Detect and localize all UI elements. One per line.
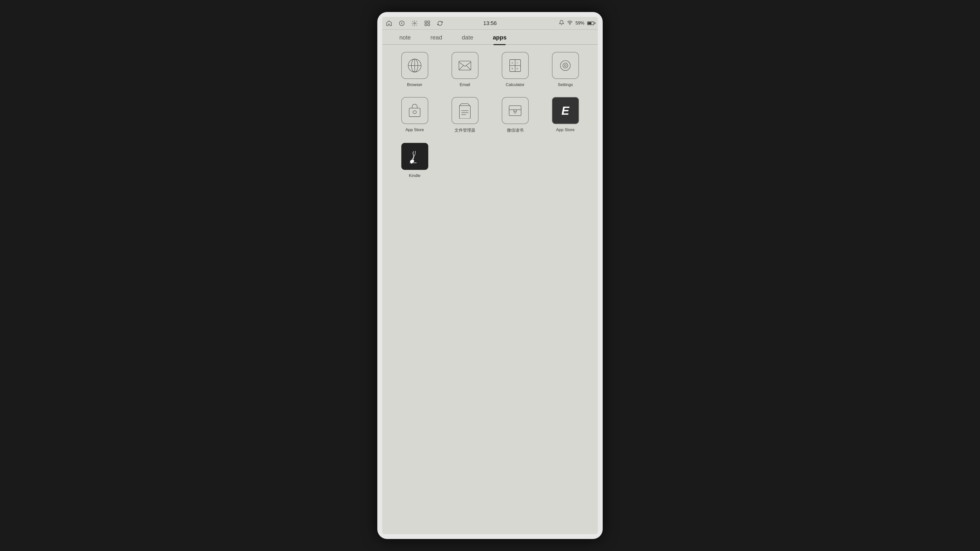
- filemanager-label: 文件管理器: [455, 127, 475, 133]
- browser-label: Browser: [407, 82, 422, 87]
- app-grid: Browser Email: [392, 52, 588, 178]
- svg-text:−: −: [517, 61, 518, 65]
- home-icon[interactable]: [385, 19, 393, 28]
- tab-read[interactable]: read: [421, 30, 452, 45]
- status-bar-left: [385, 19, 455, 28]
- svg-point-20: [563, 63, 568, 68]
- svg-rect-2: [425, 21, 427, 23]
- svg-rect-3: [428, 21, 430, 23]
- svg-point-19: [560, 61, 570, 71]
- email-label: Email: [460, 82, 470, 87]
- app-item-settings[interactable]: Settings: [542, 52, 588, 87]
- app-grid-container: Browser Email: [382, 45, 598, 534]
- svg-text:=: =: [517, 67, 518, 70]
- app-item-email[interactable]: Email: [442, 52, 488, 87]
- svg-rect-23: [460, 106, 470, 119]
- status-bar-right: 59%: [525, 20, 595, 27]
- svg-point-28: [514, 111, 516, 113]
- settings-gear-icon[interactable]: [410, 19, 419, 28]
- tab-date[interactable]: date: [452, 30, 483, 45]
- settings-label: Settings: [558, 82, 573, 87]
- svg-point-0: [399, 21, 404, 26]
- svg-rect-22: [409, 108, 420, 117]
- app-item-e-appstore[interactable]: E App Store: [542, 97, 588, 133]
- clock: 13:56: [455, 20, 525, 27]
- device-frame: 13:56 59%: [377, 12, 603, 539]
- appstore-icon: [401, 97, 428, 124]
- app-item-wechat-read[interactable]: 微信读书: [492, 97, 538, 133]
- calculator-label: Calculator: [506, 82, 525, 87]
- e-appstore-icon: E: [552, 97, 579, 124]
- battery-icon: [587, 22, 595, 25]
- status-bar: 13:56 59%: [382, 17, 598, 30]
- e-appstore-label: App Store: [556, 127, 575, 132]
- kindle-icon: [401, 143, 428, 170]
- filemanager-icon: [452, 97, 479, 124]
- svg-point-6: [570, 24, 570, 24]
- svg-rect-5: [428, 24, 430, 26]
- screen: 13:56 59%: [382, 17, 598, 534]
- kindle-label: Kindle: [409, 173, 420, 178]
- battery-percent: 59%: [576, 21, 584, 26]
- refresh-icon[interactable]: [436, 19, 444, 28]
- svg-text:×: ×: [511, 67, 513, 70]
- settings-icon: [552, 52, 579, 79]
- tab-note[interactable]: note: [390, 30, 421, 45]
- svg-rect-11: [459, 61, 471, 70]
- wechat-read-icon: [502, 97, 529, 124]
- email-icon: [452, 52, 479, 79]
- app-item-filemanager[interactable]: 文件管理器: [442, 97, 488, 133]
- svg-rect-27: [509, 106, 521, 116]
- app-item-calculator[interactable]: + − × = Calculator: [492, 52, 538, 87]
- nav-tabs: note read date apps: [382, 30, 598, 45]
- svg-text:+: +: [511, 61, 513, 65]
- wechat-read-label: 微信读书: [507, 127, 523, 133]
- apps-grid-icon[interactable]: [423, 19, 432, 28]
- back-icon[interactable]: [398, 19, 406, 28]
- appstore-label: App Store: [406, 127, 424, 132]
- notification-icon: [559, 20, 564, 27]
- tab-apps[interactable]: apps: [483, 30, 516, 45]
- app-item-kindle[interactable]: Kindle: [392, 143, 438, 178]
- svg-point-1: [414, 22, 415, 24]
- browser-icon: [401, 52, 428, 79]
- app-item-browser[interactable]: Browser: [392, 52, 438, 87]
- svg-rect-4: [425, 24, 427, 26]
- wifi-icon: [567, 20, 573, 27]
- svg-point-21: [564, 64, 566, 67]
- calculator-icon: + − × =: [502, 52, 529, 79]
- app-item-appstore[interactable]: App Store: [392, 97, 438, 133]
